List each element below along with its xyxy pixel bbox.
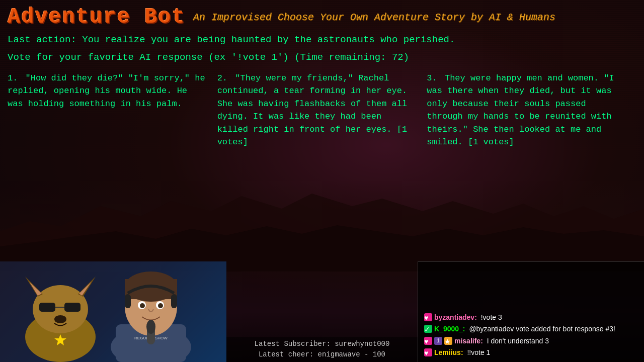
bottom-info-bar: Latest Subscriber: surewhynot000 Latest … [226, 337, 418, 362]
vote-option-3: 3. They were happy men and women. "I was… [427, 72, 636, 149]
badge-star-1: ★ [444, 337, 452, 345]
vote-options: 1. "How did they die?" "I'm sorry," he r… [8, 72, 636, 149]
chat-text-2: @byzantiadev vote added for bot response… [467, 324, 615, 334]
svg-point-21 [140, 303, 145, 308]
svg-rect-24 [171, 294, 177, 308]
webcam-background: REGULAR SHOW [0, 261, 226, 362]
chat-message-3: ♥ 1 ★ misalife: I don't understand 3 [424, 336, 638, 346]
chat-username-misalife: misalife: [454, 336, 483, 346]
option-text-1: "How did they die?" "I'm sorry," he repl… [8, 73, 205, 109]
badge-heart-2: ♥ [424, 337, 432, 345]
mountain-silhouette [0, 181, 644, 272]
badge-sub-1: 1 [434, 337, 442, 345]
chat-text-3: I don't understand 3 [485, 336, 549, 346]
chat-text-4: !!vote 1 [465, 348, 491, 358]
svg-point-22 [158, 303, 163, 308]
person-image: REGULAR SHOW [96, 264, 206, 362]
last-action: Last action: You realize you are being h… [8, 33, 636, 47]
chat-username-byzantiadev: byzantiadev: [434, 313, 477, 323]
option-number-3: 3. [427, 73, 437, 83]
option-number-2: 2. [217, 73, 227, 83]
option-text-3: They were happy men and women. "I was th… [427, 73, 614, 147]
vote-option-1: 1. "How did they die?" "I'm sorry," he r… [8, 72, 217, 149]
vote-option-2: 2. "They were my friends," Rachel contin… [217, 72, 427, 149]
badge-heart-1: ♥ [424, 313, 432, 321]
last-action-text: You realize you are being haunted by the… [82, 34, 455, 45]
main-content: Adventure Bot An Improvised Choose Your … [0, 0, 644, 159]
badge-green-1: ✓ [424, 325, 432, 333]
chat-username-lemiius: Lemiius: [434, 348, 463, 358]
chat-message-4: ♥ Lemiius: !!vote 1 [424, 348, 638, 358]
latest-subscriber: Latest Subscriber: surewhynot000 [255, 339, 390, 349]
chat-message-1: ♥ byzantiadev: !vote 3 [424, 313, 638, 323]
svg-rect-23 [125, 294, 131, 308]
svg-point-26 [146, 320, 155, 334]
svg-point-11 [54, 315, 66, 323]
title-area: Adventure Bot An Improvised Choose Your … [8, 5, 636, 29]
option-number-1: 1. [8, 73, 18, 83]
option-text-2: "They were my friends," Rachel continued… [217, 73, 407, 147]
svg-rect-9 [64, 303, 80, 312]
chat-text-1: !vote 3 [479, 313, 502, 323]
svg-marker-6 [29, 282, 42, 296]
chat-panel: ♥ byzantiadev: !vote 3 ✓ K_9000_: @byzan… [418, 261, 644, 362]
latest-cheer: Latest cheer: enigmawave - 100 [259, 349, 385, 360]
badge-heart-3: ♥ [424, 348, 432, 356]
svg-marker-7 [79, 282, 92, 296]
svg-rect-8 [39, 303, 55, 312]
app-subtitle: An Improvised Choose Your Own Adventure … [193, 12, 555, 23]
chat-message-2: ✓ K_9000_: @byzantiadev vote added for b… [424, 324, 638, 334]
vote-prompt: Vote for your favorite AI response (ex '… [8, 52, 636, 63]
last-action-label: Last action: [8, 34, 76, 45]
app-title: Adventure Bot [8, 5, 186, 29]
webcam-area: REGULAR SHOW [0, 261, 226, 362]
chat-username-k9000: K_9000_: [434, 324, 465, 334]
